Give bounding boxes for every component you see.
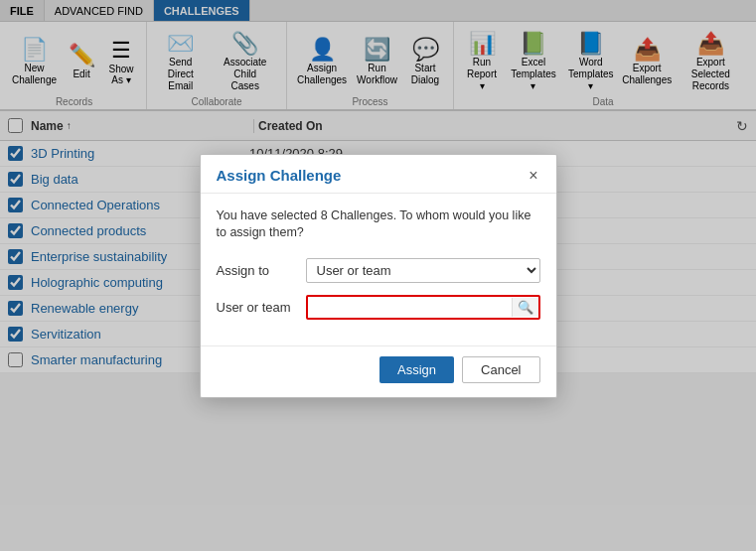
- modal-overlay: Assign Challenge × You have selected 8 C…: [0, 0, 756, 551]
- user-or-team-label: User or team: [217, 300, 306, 315]
- user-or-team-search-wrap: 🔍: [306, 295, 540, 320]
- modal-title: Assign Challenge: [217, 167, 342, 184]
- modal-description: You have selected 8 Challenges. To whom …: [217, 207, 540, 242]
- modal-footer: Assign Cancel: [201, 345, 556, 397]
- modal-close-button[interactable]: ×: [527, 167, 539, 185]
- modal-body: You have selected 8 Challenges. To whom …: [201, 194, 556, 345]
- assign-to-field: Assign to User or team: [217, 258, 540, 283]
- modal-header: Assign Challenge ×: [201, 155, 556, 194]
- assign-button[interactable]: Assign: [379, 356, 454, 383]
- assign-challenge-modal: Assign Challenge × You have selected 8 C…: [200, 154, 557, 398]
- user-or-team-input[interactable]: [308, 297, 512, 318]
- assign-to-select[interactable]: User or team: [306, 258, 540, 283]
- assign-to-label: Assign to: [217, 263, 306, 278]
- search-icon-button[interactable]: 🔍: [512, 298, 538, 317]
- user-or-team-field: User or team 🔍: [217, 295, 540, 320]
- cancel-button[interactable]: Cancel: [462, 356, 539, 383]
